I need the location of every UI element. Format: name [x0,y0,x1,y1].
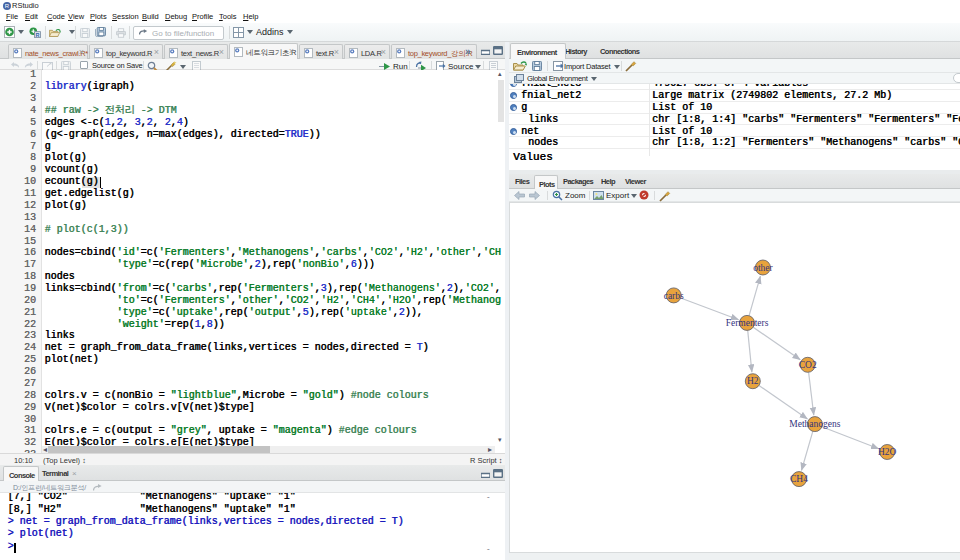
svg-text:CH4: CH4 [790,474,808,484]
svg-text:carbs: carbs [664,291,684,301]
svg-text:R: R [5,3,10,9]
svg-text:H2: H2 [747,376,759,386]
svg-text:H2O: H2O [878,447,897,457]
svg-text:other: other [753,263,773,273]
svg-text:Fermenters: Fermenters [726,318,769,328]
svg-text:R: R [36,32,40,38]
svg-text:CO2: CO2 [799,360,817,370]
svg-text:Methanogens: Methanogens [789,419,840,429]
